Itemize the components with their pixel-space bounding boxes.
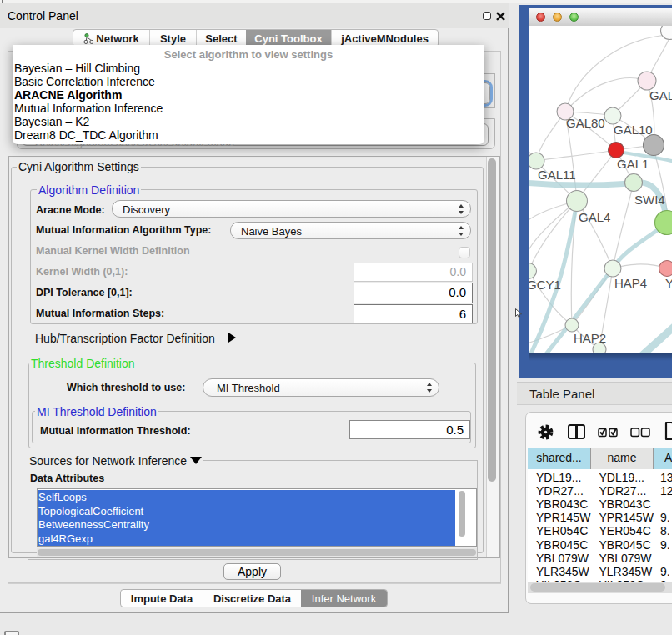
svg-text:HAP4: HAP4: [614, 276, 647, 290]
svg-text:GAL4: GAL4: [579, 210, 610, 224]
svg-text:GCY1: GCY1: [529, 278, 561, 292]
svg-text:GAL2: GAL2: [649, 88, 672, 102]
svg-text:GAL11: GAL11: [538, 168, 576, 182]
svg-text:GAL10: GAL10: [614, 122, 653, 137]
svg-text:Y: Y: [665, 276, 672, 290]
svg-text:GAL1: GAL1: [617, 157, 649, 171]
svg-text:SWI4: SWI4: [634, 192, 665, 207]
svg-text:GAL80: GAL80: [566, 116, 605, 130]
svg-text:HAP2: HAP2: [574, 331, 606, 345]
